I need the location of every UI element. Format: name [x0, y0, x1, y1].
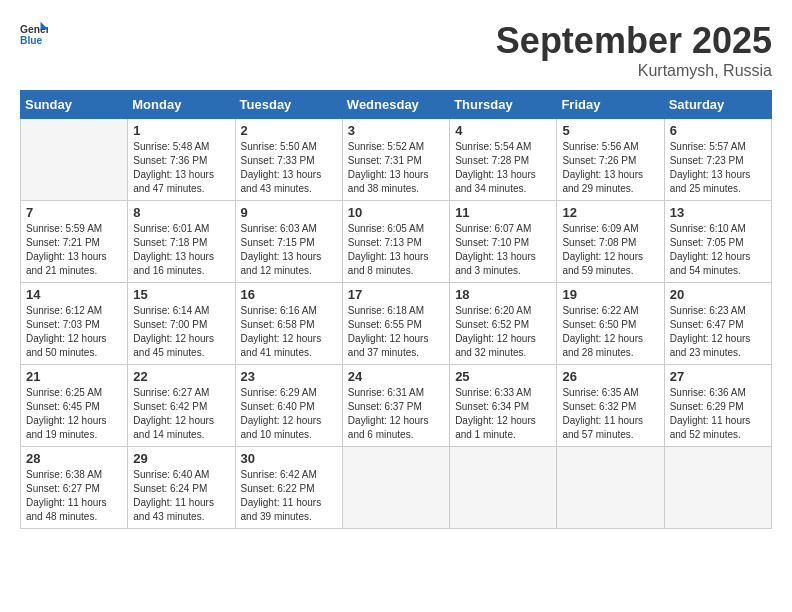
calendar-cell: 6Sunrise: 5:57 AMSunset: 7:23 PMDaylight… [664, 119, 771, 201]
day-number: 30 [241, 451, 337, 466]
day-number: 27 [670, 369, 766, 384]
calendar-week-row: 28Sunrise: 6:38 AMSunset: 6:27 PMDayligh… [21, 447, 772, 529]
day-info: Sunrise: 6:23 AMSunset: 6:47 PMDaylight:… [670, 304, 766, 360]
svg-text:Blue: Blue [20, 35, 43, 46]
column-header-wednesday: Wednesday [342, 91, 449, 119]
day-info: Sunrise: 6:03 AMSunset: 7:15 PMDaylight:… [241, 222, 337, 278]
day-number: 9 [241, 205, 337, 220]
day-info: Sunrise: 6:40 AMSunset: 6:24 PMDaylight:… [133, 468, 229, 524]
day-info: Sunrise: 6:20 AMSunset: 6:52 PMDaylight:… [455, 304, 551, 360]
calendar-cell: 18Sunrise: 6:20 AMSunset: 6:52 PMDayligh… [450, 283, 557, 365]
calendar-cell: 2Sunrise: 5:50 AMSunset: 7:33 PMDaylight… [235, 119, 342, 201]
day-number: 20 [670, 287, 766, 302]
day-number: 28 [26, 451, 122, 466]
location-subtitle: Kurtamysh, Russia [496, 62, 772, 80]
day-number: 15 [133, 287, 229, 302]
day-info: Sunrise: 5:59 AMSunset: 7:21 PMDaylight:… [26, 222, 122, 278]
column-header-saturday: Saturday [664, 91, 771, 119]
day-number: 25 [455, 369, 551, 384]
day-number: 14 [26, 287, 122, 302]
page-header: General Blue September 2025 Kurtamysh, R… [20, 20, 772, 80]
column-header-monday: Monday [128, 91, 235, 119]
calendar-cell: 12Sunrise: 6:09 AMSunset: 7:08 PMDayligh… [557, 201, 664, 283]
calendar-cell [342, 447, 449, 529]
calendar-cell: 27Sunrise: 6:36 AMSunset: 6:29 PMDayligh… [664, 365, 771, 447]
day-number: 12 [562, 205, 658, 220]
calendar-cell: 22Sunrise: 6:27 AMSunset: 6:42 PMDayligh… [128, 365, 235, 447]
day-info: Sunrise: 5:54 AMSunset: 7:28 PMDaylight:… [455, 140, 551, 196]
day-info: Sunrise: 6:31 AMSunset: 6:37 PMDaylight:… [348, 386, 444, 442]
calendar-cell [664, 447, 771, 529]
calendar-cell: 4Sunrise: 5:54 AMSunset: 7:28 PMDaylight… [450, 119, 557, 201]
day-info: Sunrise: 5:57 AMSunset: 7:23 PMDaylight:… [670, 140, 766, 196]
day-number: 26 [562, 369, 658, 384]
column-header-tuesday: Tuesday [235, 91, 342, 119]
day-info: Sunrise: 6:42 AMSunset: 6:22 PMDaylight:… [241, 468, 337, 524]
day-info: Sunrise: 5:52 AMSunset: 7:31 PMDaylight:… [348, 140, 444, 196]
calendar-cell: 24Sunrise: 6:31 AMSunset: 6:37 PMDayligh… [342, 365, 449, 447]
calendar-cell: 25Sunrise: 6:33 AMSunset: 6:34 PMDayligh… [450, 365, 557, 447]
day-info: Sunrise: 6:10 AMSunset: 7:05 PMDaylight:… [670, 222, 766, 278]
calendar-cell: 29Sunrise: 6:40 AMSunset: 6:24 PMDayligh… [128, 447, 235, 529]
calendar-cell: 5Sunrise: 5:56 AMSunset: 7:26 PMDaylight… [557, 119, 664, 201]
day-info: Sunrise: 6:12 AMSunset: 7:03 PMDaylight:… [26, 304, 122, 360]
calendar-week-row: 1Sunrise: 5:48 AMSunset: 7:36 PMDaylight… [21, 119, 772, 201]
day-number: 18 [455, 287, 551, 302]
day-number: 29 [133, 451, 229, 466]
day-info: Sunrise: 6:09 AMSunset: 7:08 PMDaylight:… [562, 222, 658, 278]
day-number: 1 [133, 123, 229, 138]
day-number: 24 [348, 369, 444, 384]
day-number: 23 [241, 369, 337, 384]
day-number: 6 [670, 123, 766, 138]
day-info: Sunrise: 5:48 AMSunset: 7:36 PMDaylight:… [133, 140, 229, 196]
day-info: Sunrise: 6:22 AMSunset: 6:50 PMDaylight:… [562, 304, 658, 360]
calendar-week-row: 14Sunrise: 6:12 AMSunset: 7:03 PMDayligh… [21, 283, 772, 365]
day-info: Sunrise: 6:29 AMSunset: 6:40 PMDaylight:… [241, 386, 337, 442]
logo: General Blue [20, 20, 48, 48]
calendar-cell: 10Sunrise: 6:05 AMSunset: 7:13 PMDayligh… [342, 201, 449, 283]
day-number: 2 [241, 123, 337, 138]
calendar-header-row: SundayMondayTuesdayWednesdayThursdayFrid… [21, 91, 772, 119]
calendar-cell: 30Sunrise: 6:42 AMSunset: 6:22 PMDayligh… [235, 447, 342, 529]
calendar-week-row: 7Sunrise: 5:59 AMSunset: 7:21 PMDaylight… [21, 201, 772, 283]
day-number: 17 [348, 287, 444, 302]
calendar-cell: 14Sunrise: 6:12 AMSunset: 7:03 PMDayligh… [21, 283, 128, 365]
calendar-cell: 15Sunrise: 6:14 AMSunset: 7:00 PMDayligh… [128, 283, 235, 365]
day-number: 4 [455, 123, 551, 138]
day-info: Sunrise: 6:16 AMSunset: 6:58 PMDaylight:… [241, 304, 337, 360]
day-number: 5 [562, 123, 658, 138]
day-info: Sunrise: 6:18 AMSunset: 6:55 PMDaylight:… [348, 304, 444, 360]
calendar-cell: 17Sunrise: 6:18 AMSunset: 6:55 PMDayligh… [342, 283, 449, 365]
day-number: 11 [455, 205, 551, 220]
day-info: Sunrise: 6:07 AMSunset: 7:10 PMDaylight:… [455, 222, 551, 278]
calendar-cell: 13Sunrise: 6:10 AMSunset: 7:05 PMDayligh… [664, 201, 771, 283]
day-info: Sunrise: 6:05 AMSunset: 7:13 PMDaylight:… [348, 222, 444, 278]
calendar-cell: 8Sunrise: 6:01 AMSunset: 7:18 PMDaylight… [128, 201, 235, 283]
calendar-cell [21, 119, 128, 201]
day-number: 8 [133, 205, 229, 220]
calendar-cell: 20Sunrise: 6:23 AMSunset: 6:47 PMDayligh… [664, 283, 771, 365]
calendar-cell: 7Sunrise: 5:59 AMSunset: 7:21 PMDaylight… [21, 201, 128, 283]
day-number: 13 [670, 205, 766, 220]
day-number: 16 [241, 287, 337, 302]
calendar-week-row: 21Sunrise: 6:25 AMSunset: 6:45 PMDayligh… [21, 365, 772, 447]
day-number: 22 [133, 369, 229, 384]
day-info: Sunrise: 5:56 AMSunset: 7:26 PMDaylight:… [562, 140, 658, 196]
calendar-cell: 21Sunrise: 6:25 AMSunset: 6:45 PMDayligh… [21, 365, 128, 447]
day-number: 19 [562, 287, 658, 302]
calendar-cell: 11Sunrise: 6:07 AMSunset: 7:10 PMDayligh… [450, 201, 557, 283]
day-info: Sunrise: 6:01 AMSunset: 7:18 PMDaylight:… [133, 222, 229, 278]
column-header-thursday: Thursday [450, 91, 557, 119]
day-number: 7 [26, 205, 122, 220]
column-header-friday: Friday [557, 91, 664, 119]
calendar-cell: 16Sunrise: 6:16 AMSunset: 6:58 PMDayligh… [235, 283, 342, 365]
day-info: Sunrise: 6:36 AMSunset: 6:29 PMDaylight:… [670, 386, 766, 442]
column-header-sunday: Sunday [21, 91, 128, 119]
calendar-cell: 9Sunrise: 6:03 AMSunset: 7:15 PMDaylight… [235, 201, 342, 283]
day-info: Sunrise: 5:50 AMSunset: 7:33 PMDaylight:… [241, 140, 337, 196]
calendar-table: SundayMondayTuesdayWednesdayThursdayFrid… [20, 90, 772, 529]
day-info: Sunrise: 6:38 AMSunset: 6:27 PMDaylight:… [26, 468, 122, 524]
calendar-cell: 26Sunrise: 6:35 AMSunset: 6:32 PMDayligh… [557, 365, 664, 447]
calendar-cell: 1Sunrise: 5:48 AMSunset: 7:36 PMDaylight… [128, 119, 235, 201]
day-info: Sunrise: 6:14 AMSunset: 7:00 PMDaylight:… [133, 304, 229, 360]
